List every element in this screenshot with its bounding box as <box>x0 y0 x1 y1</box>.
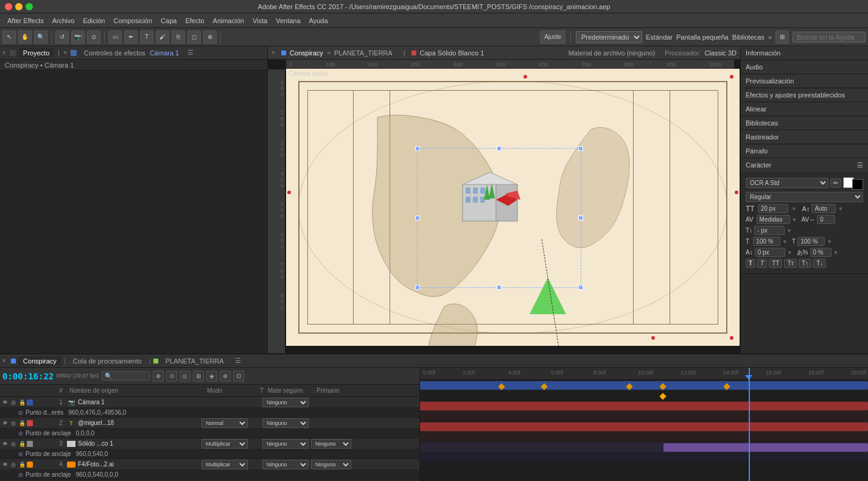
section-informacion-header[interactable]: Información <box>741 46 868 60</box>
font-style-select[interactable]: Regular <box>746 192 863 202</box>
layer-4-name[interactable]: F4/Foto...2.ai <box>77 461 144 468</box>
leading-input2[interactable] <box>754 226 785 235</box>
camera-tool[interactable]: 📷 <box>71 30 85 44</box>
sel-handle-bm[interactable] <box>497 285 502 290</box>
section-preview-header[interactable]: Previsualización <box>741 74 868 88</box>
minimize-button[interactable] <box>15 3 23 10</box>
font-family-select[interactable]: OCR A Std <box>746 178 828 188</box>
layer-3-name[interactable]: Sólido ...co 1 <box>77 440 144 447</box>
section-paragraph-header[interactable]: Párrafo <box>741 144 868 158</box>
sel-handle-ml[interactable] <box>415 216 420 220</box>
menu-animacion[interactable]: Animación <box>209 16 248 26</box>
sel-handle-tm[interactable] <box>497 146 502 151</box>
tl-menu-btn[interactable]: ☰ <box>235 357 241 365</box>
menu-ventana[interactable]: Ventana <box>272 16 304 26</box>
track-bar-3[interactable] <box>420 423 868 431</box>
section-tracker-header[interactable]: Rastreador <box>741 130 868 144</box>
layer-3-visibility[interactable]: 👁 <box>1 440 9 448</box>
layer-3-lock[interactable]: 🔒 <box>18 440 26 448</box>
help-search[interactable] <box>793 32 866 43</box>
puppet-tool[interactable]: ⊕ <box>203 30 217 44</box>
kf-1-4[interactable] <box>659 383 666 390</box>
layer-2-visibility[interactable]: 👁 <box>1 420 9 427</box>
kf-1-2[interactable] <box>541 383 547 390</box>
settings-btn[interactable]: ⊞ <box>775 30 789 44</box>
project-close-btn[interactable]: × <box>2 49 6 56</box>
layer-2-mate-select[interactable]: Ninguno <box>262 418 309 428</box>
tl-close-btn[interactable]: × <box>2 357 6 364</box>
layer-solid-label[interactable]: Capa Sólido Blanco 1 <box>420 49 485 57</box>
kf-1-5[interactable] <box>723 383 730 390</box>
section-character-header[interactable]: Carácter ☰ <box>741 158 868 172</box>
sel-handle-mr[interactable] <box>578 216 583 220</box>
layer-4-mate-select[interactable]: Ninguno <box>262 460 309 469</box>
comp-planeta-tab[interactable]: PLANETA_TIERRA <box>334 49 393 57</box>
tl-btn1[interactable]: ⊕ <box>153 371 164 382</box>
layer-4-prop-value[interactable]: 960,0,540,0,0,0 <box>76 471 119 478</box>
comp-close-btn[interactable]: × <box>271 49 275 56</box>
layer-1-lock[interactable]: 🔒 <box>18 399 26 406</box>
pen-tool[interactable]: ✒ <box>124 30 138 44</box>
allcaps-btn[interactable]: TT <box>769 259 782 268</box>
kf-1-1[interactable] <box>498 383 505 390</box>
section-audio-header[interactable]: Audio <box>741 60 868 74</box>
rect-tool[interactable]: ▭ <box>108 30 122 44</box>
layer-3-prim-select[interactable]: Ninguno <box>311 439 351 449</box>
close-button[interactable] <box>5 3 12 10</box>
tl-planeta-tab[interactable]: PLANETA_TIERRA <box>161 356 229 366</box>
tl-search-input[interactable] <box>102 371 150 381</box>
smallcaps-btn[interactable]: Tт <box>784 259 797 268</box>
layer-2-lock[interactable]: 🔒 <box>18 420 26 427</box>
layer-4-solo[interactable]: ◎ <box>10 461 17 468</box>
section-effects-header[interactable]: Efectos y ajustes preestablecidos <box>741 88 868 102</box>
font-size-input[interactable] <box>758 204 788 213</box>
select-tool[interactable]: ↖ <box>2 30 16 44</box>
layer-2-name[interactable]: @miguel...18 <box>77 420 144 426</box>
track-bar-4[interactable] <box>663 443 868 452</box>
tl-btn3[interactable]: ◎ <box>180 371 191 382</box>
eyedropper-btn[interactable]: ✏ <box>830 178 841 188</box>
layer-3-prop-value[interactable]: 960,0,540,0 <box>76 451 108 457</box>
leading-input[interactable] <box>811 204 836 213</box>
layer-2-solo[interactable]: ◎ <box>10 420 17 427</box>
layer-3-mate-select[interactable]: Ninguno <box>262 439 309 449</box>
layer-4-lock[interactable]: 🔒 <box>18 461 26 468</box>
section-align-header[interactable]: Alinear <box>741 102 868 116</box>
menu-ayuda[interactable]: Ayuda <box>306 16 332 26</box>
layer-4-mode-select[interactable]: Multiplicar <box>201 460 248 469</box>
section-libraries-header[interactable]: Bibliotecas <box>741 116 868 130</box>
sel-handle-tr[interactable] <box>578 146 583 151</box>
effects-tab[interactable]: Controles de efectos Cámara 1 <box>79 48 184 58</box>
tl-current-time[interactable]: 0:00:16:22 <box>2 371 54 381</box>
layer-4-visibility[interactable]: 👁 <box>1 461 9 468</box>
tl-btn5[interactable]: ◈ <box>206 371 217 382</box>
tl-btn6[interactable]: ⊗ <box>220 371 231 382</box>
menu-vista[interactable]: Vista <box>249 16 271 26</box>
project-tab[interactable]: Proyecto <box>18 48 54 58</box>
brush-tool[interactable]: 🖌 <box>156 30 169 44</box>
sel-handle-br[interactable] <box>578 285 583 290</box>
color-swatch-bg[interactable] <box>852 179 863 190</box>
zoom-tool[interactable]: 🔍 <box>34 30 47 44</box>
layer-1-prop-value[interactable]: 960,0,476,0,-49536,0 <box>68 409 126 416</box>
tl-btn7[interactable]: ⊡ <box>233 371 244 382</box>
panel-menu-btn[interactable]: ☰ <box>187 49 194 57</box>
snap-toggle[interactable]: Ajuste <box>540 30 565 44</box>
tl-conspiracy-tab[interactable]: Conspiracy <box>18 356 61 366</box>
eraser-tool[interactable]: ◻ <box>187 30 201 44</box>
hand-tool[interactable]: ✋ <box>18 30 32 44</box>
text-tool[interactable]: T <box>140 30 153 44</box>
layer-1-mate-select[interactable]: Ninguno <box>262 398 309 407</box>
layer-1-name[interactable]: Cámara 1 <box>77 399 144 406</box>
tsumi-input[interactable] <box>810 248 831 257</box>
track-bar-2[interactable] <box>420 402 868 410</box>
menu-after-effects[interactable]: After Effects <box>4 16 47 26</box>
italic-btn[interactable]: T <box>757 259 767 268</box>
menu-archivo[interactable]: Archivo <box>49 16 79 26</box>
tl-queue-tab[interactable]: Cola de procesamiento <box>68 356 147 366</box>
clone-tool[interactable]: ⎘ <box>172 30 185 44</box>
layer-2-prop-value[interactable]: 0,0,0,0 <box>76 430 95 437</box>
layer-2-mode-select[interactable]: Normal <box>201 418 248 428</box>
baseline-input[interactable] <box>755 248 785 257</box>
menu-edicion[interactable]: Edición <box>79 16 108 26</box>
